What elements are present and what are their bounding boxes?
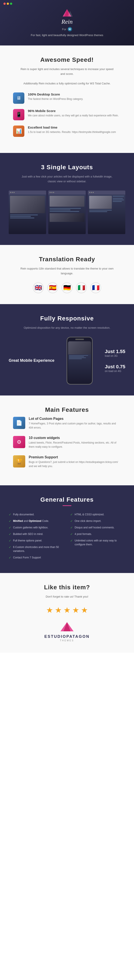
custom-pages-text: Lot of Custom Pages 7 HomePages, 3 Post … — [29, 417, 121, 430]
flag-uk: 🇬🇧 — [33, 282, 44, 293]
gf-item-3: ✓ Builded with SEO in mind. — [9, 532, 64, 536]
expand-dot — [10, 3, 12, 5]
gf-item-0: ✓ Fully documented. — [9, 512, 64, 516]
pages-icon: 📄 — [16, 420, 22, 426]
custom-pages-item: 📄 Lot of Custom Pages 7 HomePages, 3 Pos… — [13, 417, 121, 430]
mobile-score-item: 📱 96% Mobile Score We care about mobile … — [13, 109, 121, 120]
speed-3g-value: Just 1.55 — [105, 349, 125, 354]
desktop-score-desc: The fastest theme on WordPress Blog cate… — [28, 97, 83, 101]
gf-text-1: Minified and Optimized Code. — [13, 519, 49, 523]
stars-list: ★ ★ ★ ★ ★ — [13, 606, 121, 615]
gf-text-r4: Unlimited colors with an easy way to con… — [75, 539, 125, 546]
gf-item-6: ✓ Contact Form 7 Support — [9, 555, 64, 560]
gf-item-4: ✓ Full theme options panel. — [9, 539, 64, 542]
like-title: Like this item? — [13, 584, 121, 591]
custom-pages-icon: 📄 — [13, 417, 25, 429]
phone-line-4 — [69, 358, 82, 359]
premium-support-desc: Bugs or Questions?, just submit a ticket… — [29, 460, 121, 468]
great-mobile-label: Great Mobile Experience — [9, 358, 54, 363]
phone-outer — [67, 337, 93, 385]
general-features-divider — [63, 505, 71, 506]
hero-logo: Rein For W — [61, 9, 73, 31]
mobile-icon: 📱 — [13, 109, 24, 120]
check-icon-r3: ✓ — [70, 532, 73, 536]
gf-item-r2: ✓ Disqus and self hosted comments. — [70, 525, 125, 530]
hero-for-wp: For W — [62, 27, 72, 31]
general-features-left: ✓ Fully documented. ✓ Minified and Optim… — [9, 512, 64, 562]
general-features-section: General Features ✓ Fully documented. ✓ M… — [0, 485, 134, 573]
like-section: Like this item? Don't forget to rate us!… — [0, 573, 134, 652]
premium-support-title: Premium Support — [29, 455, 121, 459]
speed-4g-value: Just 0.75 — [105, 364, 125, 370]
responsive-preview: Great Mobile Experience Just 1.55 — [9, 337, 125, 385]
for-label: For — [62, 28, 66, 31]
check-icon-5: ✓ — [9, 546, 11, 549]
custom-widgets-desc: Latest tweets, Flickr, Recent/Featured P… — [29, 441, 121, 449]
gf-text-3: Builded with SEO in mind. — [13, 532, 43, 536]
gf-text-r0: HTML & CSS3 optimized. — [75, 512, 104, 516]
premium-support-text: Premium Support Bugs or Questions?, just… — [29, 455, 121, 468]
flag-fr: 🇫🇷 — [90, 282, 101, 293]
check-icon-4: ✓ — [9, 539, 11, 542]
gf-item-1: ✓ Minified and Optimized Code. — [9, 519, 64, 523]
star-1: ★ — [46, 606, 53, 615]
window-controls — [3, 3, 12, 5]
layout-classic — [48, 191, 86, 234]
general-features-cols: ✓ Fully documented. ✓ Minified and Optim… — [9, 512, 125, 562]
phone-screen — [68, 341, 91, 383]
phone-line-2 — [69, 356, 84, 357]
gf-text-2: Custom galleries with lightbox. — [13, 525, 48, 530]
layouts-title: 3 Single Layouts — [9, 164, 125, 171]
custom-pages-desc: 7 HomePages, 3 Post styles and custom pa… — [29, 422, 121, 430]
general-features-right: ✓ HTML & CSS3 optimized. ✓ One click dem… — [70, 512, 125, 562]
bar-chart-icon: 📊 — [16, 128, 22, 134]
check-icon-r2: ✓ — [70, 526, 73, 529]
star-3: ★ — [64, 606, 70, 615]
gf-text-r1: One click demo import. — [75, 519, 101, 523]
responsive-title: Fully Responsive — [9, 315, 125, 322]
check-icon-r1: ✓ — [70, 519, 73, 523]
gf-item-5: ✓ 6 Custom shortcodes and more than 50 v… — [9, 545, 64, 553]
phone-mockup — [59, 337, 100, 385]
layout-fullwidth — [9, 191, 46, 234]
translation-desc: Rein supports i18n standard that allows … — [19, 266, 115, 276]
layout-sidebar — [88, 191, 125, 234]
custom-widgets-item: ⚙ 10 custom widgets Latest tweets, Flick… — [13, 436, 121, 449]
premium-support-icon: 🏆 — [13, 455, 25, 468]
speed-title: Awesome Speed! — [13, 56, 121, 63]
check-icon-3: ✓ — [9, 532, 11, 536]
load-time-desc: 1.5s to load on 3G networks. Results: ht… — [28, 130, 116, 134]
brand-mountain-icon — [58, 621, 76, 632]
hero-subtitle: For fast, light and beautifully designed… — [31, 33, 103, 37]
translation-title: Translation Ready — [13, 256, 121, 263]
mobile-score-title: 96% Mobile Score — [28, 109, 118, 113]
flag-es: 🇪🇸 — [47, 282, 58, 293]
desktop-score-text: 100% Desktop Score The fastest theme on … — [28, 92, 83, 101]
main-features-title: Main Features — [13, 406, 121, 413]
chart-icon: 📊 — [13, 126, 24, 137]
speed-desc1: Rein is super light and includes several… — [19, 67, 115, 86]
responsive-desc: Optimized disposition for any device, no… — [19, 325, 115, 330]
custom-pages-title: Lot of Custom Pages — [29, 417, 121, 421]
minimize-dot — [7, 3, 9, 5]
general-features-title: General Features — [9, 496, 125, 503]
speed-stats: Just 1.55 load on 3G Just 0.75 on load o… — [105, 349, 125, 373]
desktop-score-icon-wrap: 🖥 — [13, 92, 24, 104]
layouts-preview — [9, 191, 125, 234]
support-icon: 🏆 — [16, 458, 22, 465]
desktop-score-item: 🖥 100% Desktop Score The fastest theme o… — [13, 92, 121, 104]
custom-widgets-icon: ⚙ — [13, 436, 25, 448]
custom-widgets-title: 10 custom widgets — [29, 436, 121, 440]
star-4: ★ — [72, 606, 79, 615]
mobile-score-text: 96% Mobile Score We care about mobile us… — [28, 109, 118, 118]
check-icon-2: ✓ — [9, 526, 11, 529]
desktop-icon: 🖥 — [13, 92, 24, 104]
flag-de: 🇩🇪 — [62, 282, 72, 293]
flag-it: 🇮🇹 — [76, 282, 87, 293]
speed-4g-label: on load on 4G — [105, 370, 125, 373]
phone-screen-content — [68, 354, 91, 360]
layouts-desc: Just with a few click your articles will… — [19, 174, 115, 184]
mobile-score-icon-wrap: 📱 — [13, 109, 24, 120]
translation-section: Translation Ready Rein supports i18n sta… — [0, 245, 134, 304]
load-time-icon-wrap: 📊 — [13, 126, 24, 137]
